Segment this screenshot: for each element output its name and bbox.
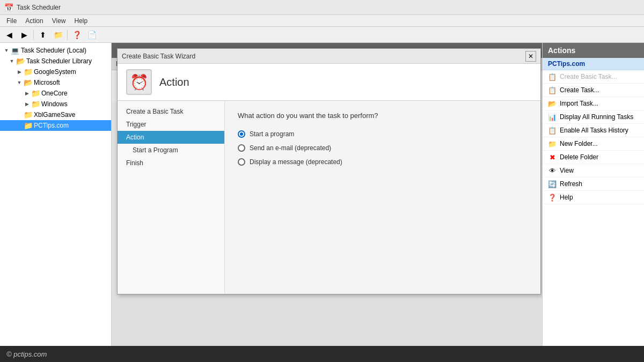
sidebar-item-library[interactable]: ▼ 📂 Task Scheduler Library	[0, 56, 111, 67]
dialog-close-button[interactable]: ✕	[525, 51, 536, 62]
radio-display-message[interactable]: Display a message (deprecated)	[238, 158, 528, 166]
nav-action[interactable]: Action	[118, 131, 224, 144]
sidebar-item-microsoft[interactable]: ▼ 📂 Microsoft	[0, 77, 111, 88]
radio-send-email-label: Send an e-mail (deprecated)	[250, 144, 331, 152]
sidebar: ▼ 💻 Task Scheduler (Local) ▼ 📂 Task Sche…	[0, 43, 112, 362]
expand-windows[interactable]: ▶	[23, 100, 31, 108]
google-icon: 📁	[24, 68, 32, 76]
new-folder-icon: 📁	[548, 139, 557, 148]
library-icon: 📂	[16, 57, 25, 65]
dialog-title-bar: Create Basic Task Wizard ✕	[118, 49, 540, 64]
sidebar-item-xblgamesave[interactable]: ▶ 📁 XblGameSave	[0, 109, 111, 120]
dialog-overlay: Create Basic Task Wizard ✕ ⏰ Action Crea…	[112, 43, 542, 362]
dialog-content: What action do you want the task to perf…	[225, 101, 540, 294]
action-view[interactable]: 👁 View	[543, 164, 644, 178]
new-folder-label: New Folder...	[560, 140, 598, 147]
radio-group: Start a program Send an e-mail (deprecat…	[238, 130, 528, 166]
radio-display-message-label: Display a message (deprecated)	[250, 158, 342, 166]
radio-start-program[interactable]: Start a program	[238, 130, 528, 138]
sidebar-library-label: Task Scheduler Library	[26, 57, 92, 65]
app-title: Task Scheduler	[17, 4, 61, 11]
action-help[interactable]: ❓ Help	[543, 191, 644, 204]
nav-start-program[interactable]: Start a Program	[118, 144, 224, 157]
microsoft-icon: 📂	[24, 78, 32, 87]
delete-folder-icon: ✖	[548, 153, 557, 161]
sidebar-microsoft-label: Microsoft	[34, 79, 60, 86]
windows-icon: 📁	[31, 100, 40, 108]
title-bar: 📅 Task Scheduler	[0, 0, 644, 15]
action-display-running[interactable]: 📊 Display All Running Tasks	[543, 110, 644, 124]
menu-action[interactable]: Action	[21, 16, 47, 26]
display-running-label: Display All Running Tasks	[560, 113, 633, 121]
dialog-header-icon: ⏰	[126, 69, 152, 95]
onecore-icon: 📁	[31, 89, 40, 98]
nav-trigger[interactable]: Trigger	[118, 118, 224, 131]
action-refresh[interactable]: 🔄 Refresh	[543, 178, 644, 191]
expand-onecore[interactable]: ▶	[23, 89, 31, 98]
sidebar-item-local[interactable]: ▼ 💻 Task Scheduler (Local)	[0, 45, 111, 56]
sidebar-local-label: Task Scheduler (Local)	[21, 47, 86, 54]
create-basic-label: Create Basic Task...	[560, 73, 617, 80]
action-delete-folder[interactable]: ✖ Delete Folder	[543, 151, 644, 164]
export-button[interactable]: 📄	[85, 28, 99, 41]
up-button[interactable]: ⬆	[36, 28, 50, 41]
refresh-label: Refresh	[560, 180, 582, 188]
sidebar-google-label: GoogleSystem	[34, 68, 76, 76]
expand-library[interactable]: ▼	[8, 57, 16, 65]
menu-file[interactable]: File	[2, 16, 21, 26]
menu-help[interactable]: Help	[70, 16, 92, 26]
sidebar-item-google[interactable]: ▶ 📁 GoogleSystem	[0, 67, 111, 77]
radio-display-message-circle	[238, 158, 245, 166]
create-task-icon: 📋	[548, 86, 557, 94]
toolbar: ◀ ▶ ⬆ 📁 ❓ 📄	[0, 27, 644, 43]
sidebar-item-onecore[interactable]: ▶ 📁 OneCore	[0, 88, 111, 99]
dialog-body: Create a Basic Task Trigger Action Start…	[118, 101, 540, 294]
forward-button[interactable]: ▶	[17, 28, 31, 41]
help-icon: ❓	[548, 193, 557, 202]
properties-button[interactable]: 📁	[51, 28, 65, 41]
watermark-text: © pctips.com	[6, 350, 47, 358]
sidebar-item-pctips[interactable]: ▶ 📁 PCTips.com	[0, 120, 111, 131]
sidebar-item-windows[interactable]: ▶ 📁 Windows	[0, 99, 111, 109]
clock-icon: ⏰	[130, 73, 149, 91]
radio-send-email[interactable]: Send an e-mail (deprecated)	[238, 144, 528, 152]
pctips-icon: 📁	[24, 121, 32, 130]
sidebar-xbl-label: XblGameSave	[34, 111, 75, 119]
radio-start-program-label: Start a program	[250, 130, 294, 138]
sidebar-windows-label: Windows	[41, 100, 68, 108]
dialog-header-title: Action	[159, 76, 189, 88]
import-task-icon: 📂	[548, 99, 557, 108]
action-create-task[interactable]: 📋 Create Task...	[543, 84, 644, 97]
action-new-folder[interactable]: 📁 New Folder...	[543, 137, 644, 151]
dialog-nav: Create a Basic Task Trigger Action Start…	[118, 101, 225, 294]
back-button[interactable]: ◀	[2, 28, 16, 41]
view-label: View	[560, 167, 574, 174]
import-task-label: Import Task...	[560, 100, 598, 107]
enable-history-icon: 📋	[548, 126, 557, 135]
menu-view[interactable]: View	[48, 16, 70, 26]
actions-title: Actions	[543, 43, 644, 58]
expand-local[interactable]: ▼	[2, 46, 11, 55]
main-layout: ▼ 💻 Task Scheduler (Local) ▼ 📂 Task Sche…	[0, 43, 644, 362]
nav-create-basic[interactable]: Create a Basic Task	[118, 105, 224, 118]
nav-finish[interactable]: Finish	[118, 157, 224, 169]
expand-microsoft[interactable]: ▼	[15, 78, 24, 87]
create-basic-icon: 📋	[548, 72, 557, 81]
enable-history-label: Enable All Tasks History	[560, 127, 628, 134]
dialog-header: ⏰ Action	[118, 64, 540, 101]
action-import-task[interactable]: 📂 Import Task...	[543, 97, 644, 110]
radio-start-program-circle	[238, 130, 245, 138]
actions-section-label: PCTips.com	[543, 58, 644, 70]
radio-send-email-circle	[238, 144, 245, 152]
sidebar-onecore-label: OneCore	[41, 90, 68, 97]
expand-google[interactable]: ▶	[15, 68, 24, 76]
create-task-label: Create Task...	[560, 86, 599, 94]
view-icon: 👁	[548, 166, 557, 175]
delete-folder-label: Delete Folder	[560, 153, 598, 161]
dialog-title: Create Basic Task Wizard	[122, 53, 195, 60]
computer-icon: 💻	[11, 46, 19, 55]
app-icon: 📅	[4, 3, 13, 12]
help-toolbar-button[interactable]: ❓	[70, 28, 84, 41]
action-enable-history[interactable]: 📋 Enable All Tasks History	[543, 124, 644, 137]
refresh-icon: 🔄	[548, 180, 557, 188]
